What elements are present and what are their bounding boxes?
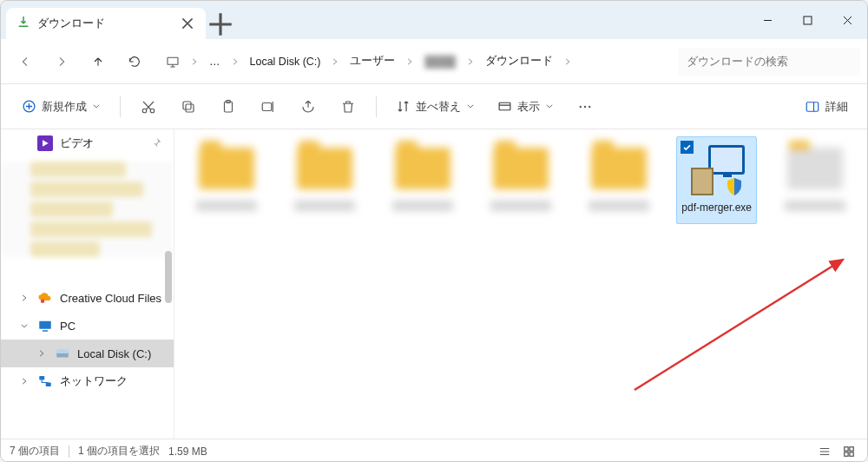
svg-rect-19 <box>56 350 69 354</box>
svg-rect-10 <box>499 102 510 110</box>
svg-point-3 <box>142 109 147 113</box>
sidebar-scrollbar[interactable] <box>164 129 173 439</box>
breadcrumb-ellipsis[interactable]: … <box>204 52 226 71</box>
rename-button[interactable] <box>251 91 286 122</box>
pc-icon <box>37 318 53 333</box>
sidebar: ビデオ Creative Cloud Files PC Local Disk (… <box>1 129 174 439</box>
sidebar-item-localdisk[interactable]: Local Disk (C:) <box>1 340 174 367</box>
view-button[interactable]: 表示 <box>489 91 562 122</box>
sidebar-label: Creative Cloud Files <box>60 292 161 305</box>
back-button[interactable] <box>8 44 43 79</box>
chevron-right-icon[interactable] <box>18 377 30 386</box>
sidebar-label: ネットワーク <box>60 373 128 389</box>
svg-rect-5 <box>186 104 194 112</box>
search-input[interactable] <box>678 48 860 76</box>
copy-button[interactable] <box>171 91 206 122</box>
delete-button[interactable] <box>331 91 365 122</box>
sort-button[interactable]: 並べ替え <box>387 91 483 122</box>
chevron-right-icon[interactable] <box>18 294 30 302</box>
window-controls <box>747 1 867 39</box>
chevron-right-icon[interactable] <box>36 349 48 358</box>
status-bar: 7 個の項目 1 個の項目を選択 1.59 MB <box>1 439 867 462</box>
chevron-right-icon[interactable] <box>329 54 341 69</box>
view-grid-button[interactable] <box>839 443 858 460</box>
close-window-button[interactable] <box>827 6 867 34</box>
breadcrumb-root-icon[interactable] <box>161 51 185 72</box>
svg-rect-25 <box>845 452 848 455</box>
pin-icon <box>151 137 161 150</box>
chevron-right-icon[interactable] <box>464 54 477 69</box>
sidebar-item-videos[interactable]: ビデオ <box>1 129 174 157</box>
sidebar-item-pc[interactable]: PC <box>1 312 174 340</box>
breadcrumb-item-3[interactable]: ダウンロード <box>480 50 558 72</box>
tab-title: ダウンロード <box>37 16 173 31</box>
sidebar-blurred-section <box>1 162 174 257</box>
svg-point-12 <box>584 105 586 107</box>
file-item[interactable] <box>285 136 365 220</box>
svg-rect-1 <box>168 57 178 64</box>
sidebar-item-ccf[interactable]: Creative Cloud Files <box>1 284 174 312</box>
svg-rect-9 <box>262 102 272 110</box>
chevron-right-icon[interactable] <box>229 54 241 69</box>
sidebar-label: Local Disk (C:) <box>77 347 151 360</box>
title-bar: ダウンロード <box>1 1 867 39</box>
separator <box>376 96 377 117</box>
sidebar-item-network[interactable]: ネットワーク <box>1 367 174 395</box>
svg-rect-17 <box>43 330 48 332</box>
file-item[interactable] <box>774 136 855 220</box>
chevron-down-icon <box>92 100 101 113</box>
drive-icon <box>55 346 70 361</box>
separator <box>120 96 121 117</box>
network-icon <box>37 373 53 389</box>
refresh-button[interactable] <box>117 44 152 79</box>
svg-rect-23 <box>845 446 848 450</box>
view-label: 表示 <box>517 99 540 115</box>
svg-point-13 <box>589 105 590 107</box>
svg-line-22 <box>635 260 843 390</box>
cut-button[interactable] <box>131 91 166 122</box>
file-item-selected[interactable]: pdf-merger.exe <box>676 136 757 224</box>
address-bar[interactable]: … Local Disk (C:) ユーザー ████ ダウンロード <box>154 50 676 72</box>
navigation-bar: … Local Disk (C:) ユーザー ████ ダウンロード <box>1 39 867 84</box>
new-button[interactable]: 新規作成 <box>13 91 109 122</box>
content-area[interactable]: pdf-merger.exe <box>174 129 867 439</box>
up-button[interactable] <box>81 44 115 79</box>
details-pane-button[interactable]: 詳細 <box>798 91 855 122</box>
new-tab-button[interactable] <box>206 10 235 39</box>
share-button[interactable] <box>291 91 326 122</box>
svg-rect-21 <box>46 383 51 387</box>
chevron-down-icon[interactable] <box>18 321 30 330</box>
maximize-button[interactable] <box>787 6 827 34</box>
downloads-icon <box>16 15 30 32</box>
file-item[interactable] <box>481 136 562 220</box>
file-item[interactable] <box>578 136 659 220</box>
view-toggles <box>815 443 858 460</box>
close-tab-button[interactable] <box>180 16 195 31</box>
new-label: 新規作成 <box>42 99 87 115</box>
breadcrumb-item-2[interactable]: ████ <box>419 52 460 71</box>
forward-button[interactable] <box>44 44 79 79</box>
toolbar: 新規作成 並べ替え 表示 詳細 <box>1 84 867 129</box>
paste-button[interactable] <box>211 91 246 122</box>
breadcrumb-item-0[interactable]: Local Disk (C:) <box>245 52 326 71</box>
file-item[interactable] <box>187 136 267 220</box>
chevron-right-icon[interactable] <box>562 54 574 69</box>
more-button[interactable] <box>568 91 602 122</box>
body: ビデオ Creative Cloud Files PC Local Disk (… <box>1 129 867 439</box>
breadcrumb-item-1[interactable]: ユーザー <box>345 50 400 72</box>
status-item-count: 7 個の項目 <box>10 444 60 459</box>
file-item[interactable] <box>383 136 464 220</box>
chevron-down-icon <box>466 100 475 113</box>
svg-rect-24 <box>850 446 853 450</box>
sidebar-label: PC <box>60 320 76 333</box>
svg-point-4 <box>150 109 155 113</box>
chevron-right-icon[interactable] <box>404 54 416 69</box>
svg-rect-20 <box>39 376 44 380</box>
sidebar-label: ビデオ <box>60 135 94 151</box>
view-list-button[interactable] <box>815 443 834 460</box>
svg-point-11 <box>580 105 582 107</box>
window-tab[interactable]: ダウンロード <box>6 8 206 39</box>
chevron-right-icon[interactable] <box>188 54 201 69</box>
minimize-button[interactable] <box>747 6 787 34</box>
exe-icon <box>685 142 749 196</box>
